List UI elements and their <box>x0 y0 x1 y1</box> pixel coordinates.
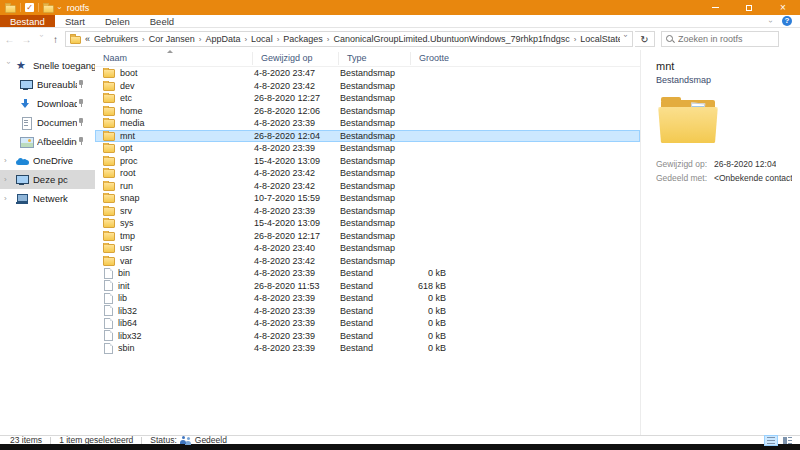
up-button[interactable]: ↑ <box>48 34 63 45</box>
breadcrumb-separator-icon[interactable]: › <box>139 35 148 44</box>
refresh-button[interactable]: ↻ <box>635 31 655 47</box>
breadcrumb-item[interactable]: Cor Jansen <box>148 34 196 44</box>
help-icon[interactable]: ? <box>782 16 792 26</box>
tab-beeld[interactable]: Beeld <box>140 15 184 27</box>
breadcrumb-item[interactable]: Gebruikers <box>93 34 139 44</box>
table-row[interactable]: boot4-8-2020 23:47Bestandsmap <box>95 67 640 80</box>
table-row[interactable]: lib324-8-2020 23:39Bestand0 kB <box>95 305 640 318</box>
folder-icon <box>103 69 115 78</box>
address-bar[interactable]: « Gebruikers›Cor Jansen›AppData›Local›Pa… <box>65 31 633 47</box>
file-modified-date: 26-8-2020 12:06 <box>254 106 340 116</box>
file-name: lib64 <box>118 318 137 328</box>
forward-button[interactable]: → <box>19 34 34 45</box>
column-header-type[interactable]: Type <box>339 52 411 65</box>
table-row[interactable]: opt4-8-2020 23:39Bestandsmap <box>95 142 640 155</box>
table-row[interactable]: root4-8-2020 23:42Bestandsmap <box>95 167 640 180</box>
table-row[interactable]: sbin4-8-2020 23:39Bestand0 kB <box>95 342 640 355</box>
table-row[interactable]: init26-8-2020 11:53Bestand618 kB <box>95 280 640 293</box>
breadcrumb: Gebruikers›Cor Jansen›AppData›Local›Pack… <box>93 34 620 44</box>
sidebar-item-label: Snelle toegang <box>33 60 95 71</box>
chevron-right-icon[interactable]: › <box>4 175 16 184</box>
column-header-gewijzigd-op[interactable]: Gewijzigd op <box>253 52 339 65</box>
breadcrumb-separator-icon[interactable]: › <box>571 35 580 44</box>
tab-delen[interactable]: Delen <box>95 15 140 27</box>
search-input[interactable] <box>678 34 774 44</box>
column-header-naam[interactable]: Naam <box>95 52 253 65</box>
breadcrumb-item[interactable]: CanonicalGroupLimited.UbuntuonWindows_79… <box>333 34 571 44</box>
file-modified-date: 4-8-2020 23:39 <box>254 306 340 316</box>
breadcrumb-separator-icon[interactable]: › <box>324 35 333 44</box>
table-row[interactable]: bin4-8-2020 23:39Bestand0 kB <box>95 267 640 280</box>
table-row[interactable]: sys15-4-2020 13:09Bestandsmap <box>95 217 640 230</box>
qat-properties-icon[interactable]: ✓ <box>25 3 34 12</box>
close-button[interactable]: × <box>766 0 800 15</box>
minimize-button[interactable] <box>698 0 732 15</box>
details-view-button[interactable] <box>764 435 778 446</box>
file-size: 0 kB <box>412 306 448 316</box>
table-row[interactable]: home26-8-2020 12:06Bestandsmap <box>95 105 640 118</box>
folder-icon <box>103 94 115 103</box>
expand-ribbon-chevron-icon[interactable]: › <box>766 20 775 23</box>
chevron-right-icon[interactable]: › <box>4 156 16 165</box>
sidebar-item-netwerk[interactable]: ›Netwerk <box>0 189 95 208</box>
table-row[interactable]: etc26-8-2020 12:27Bestandsmap <box>95 92 640 105</box>
recent-locations-chevron-icon[interactable]: › <box>37 34 46 44</box>
sidebar-item-label: Bureaublad <box>37 79 77 90</box>
file-name: home <box>120 106 143 116</box>
table-row[interactable]: snap10-7-2020 15:59Bestandsmap <box>95 192 640 205</box>
tab-start[interactable]: Start <box>55 15 95 27</box>
file-type: Bestandsmap <box>340 181 412 191</box>
sidebar-item-documenten[interactable]: Documenten <box>0 113 95 132</box>
file-modified-date: 4-8-2020 23:39 <box>254 318 340 328</box>
breadcrumb-item[interactable]: Packages <box>282 34 324 44</box>
file-size: 618 kB <box>412 281 448 291</box>
folder-icon <box>103 194 115 203</box>
divider <box>50 437 51 444</box>
table-row[interactable]: run4-8-2020 23:42Bestandsmap <box>95 180 640 193</box>
sidebar-item-afbeeldingen[interactable]: Afbeeldingen <box>0 132 95 151</box>
thumbnails-view-button[interactable] <box>780 435 794 446</box>
qat-customize-chevron-icon[interactable]: › <box>55 6 63 9</box>
sidebar-item-onedrive[interactable]: ›OneDrive <box>0 151 95 170</box>
breadcrumb-item[interactable]: LocalState <box>579 34 620 44</box>
tab-bestand[interactable]: Bestand <box>0 15 55 27</box>
file-modified-date: 4-8-2020 23:42 <box>254 81 340 91</box>
sidebar-item-label: OneDrive <box>33 155 73 166</box>
breadcrumb-separator-icon[interactable]: › <box>241 35 250 44</box>
sidebar-item-downloads[interactable]: Downloads <box>0 94 95 113</box>
maximize-button[interactable] <box>732 0 766 15</box>
breadcrumb-separator-icon[interactable]: › <box>196 35 205 44</box>
back-button[interactable]: ← <box>2 34 17 45</box>
status-bar: 23 items 1 item geselecteerd Status: Ged… <box>0 435 800 444</box>
table-row[interactable]: mnt26-8-2020 12:04Bestandsmap <box>95 130 640 143</box>
chevron-right-icon[interactable]: › <box>4 194 16 203</box>
folder-icon <box>103 169 115 178</box>
address-dropdown-chevron-icon[interactable]: › <box>621 34 630 44</box>
documents-icon <box>20 117 34 129</box>
table-row[interactable]: usr4-8-2020 23:40Bestandsmap <box>95 242 640 255</box>
sidebar-item-deze-pc[interactable]: ›Deze pc <box>0 170 95 189</box>
table-row[interactable]: srv4-8-2020 23:39Bestandsmap <box>95 205 640 218</box>
table-row[interactable]: libx324-8-2020 23:39Bestand0 kB <box>95 330 640 343</box>
table-row[interactable]: var4-8-2020 23:42Bestandsmap <box>95 255 640 268</box>
search-box <box>661 31 779 47</box>
column-header-grootte[interactable]: Grootte <box>411 52 447 65</box>
breadcrumb-separator-icon[interactable]: › <box>274 35 283 44</box>
chevron-down-icon[interactable]: › <box>4 62 13 70</box>
file-type: Bestandsmap <box>340 68 412 78</box>
table-row[interactable]: dev4-8-2020 23:42Bestandsmap <box>95 80 640 93</box>
table-row[interactable]: lib644-8-2020 23:39Bestand0 kB <box>95 317 640 330</box>
qat-new-folder-icon[interactable] <box>43 5 54 13</box>
sidebar-item-bureaublad[interactable]: Bureaublad <box>0 75 95 94</box>
details-shared-value[interactable]: <Onbekende contactpers... <box>714 173 792 183</box>
file-name: boot <box>120 68 138 78</box>
table-row[interactable]: lib4-8-2020 23:39Bestand0 kB <box>95 292 640 305</box>
table-row[interactable]: tmp26-8-2020 12:17Bestandsmap <box>95 230 640 243</box>
sidebar-item-snelle-toegang[interactable]: ›Snelle toegang <box>0 56 95 75</box>
breadcrumb-item[interactable]: AppData <box>204 34 241 44</box>
table-row[interactable]: media4-8-2020 23:39Bestandsmap <box>95 117 640 130</box>
file-size: 0 kB <box>412 318 448 328</box>
breadcrumb-overflow-indicator[interactable]: « <box>85 34 93 44</box>
table-row[interactable]: proc15-4-2020 13:09Bestandsmap <box>95 155 640 168</box>
breadcrumb-item[interactable]: Local <box>250 34 274 44</box>
